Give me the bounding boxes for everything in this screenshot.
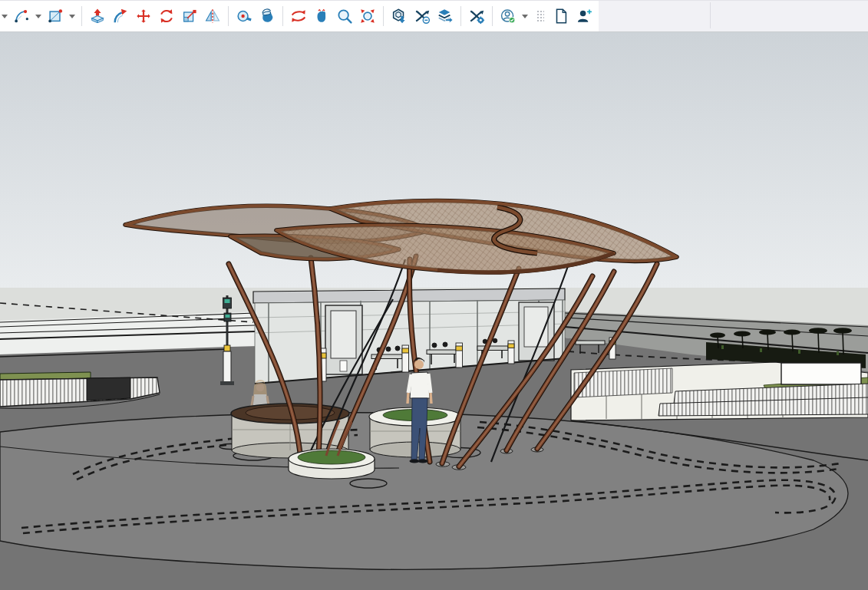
zoom-button[interactable] <box>333 4 356 28</box>
arc-tool-icon <box>13 8 30 25</box>
extension-layers-icon <box>437 8 454 25</box>
toolbar-separator <box>282 6 283 26</box>
paint-bucket-button[interactable] <box>256 4 279 28</box>
arc-tool-caret[interactable] <box>35 15 41 18</box>
toolbar-main <box>0 1 599 31</box>
toolbar-empty-area <box>599 1 868 31</box>
add-collaborator-icon <box>576 8 592 25</box>
tape-measure-icon <box>236 8 252 25</box>
zoom-extents-button[interactable] <box>356 4 379 28</box>
extension-settings-button[interactable] <box>465 4 488 28</box>
account-caret[interactable] <box>522 15 528 18</box>
scale-button[interactable] <box>178 4 201 28</box>
new-file-button[interactable] <box>550 4 573 28</box>
toolbar <box>0 0 868 32</box>
wall-sign-panel <box>781 363 861 384</box>
move-button[interactable] <box>132 4 155 28</box>
pan-icon <box>313 8 330 25</box>
follow-me-button[interactable] <box>109 4 132 28</box>
scale-icon <box>181 8 198 25</box>
rectangle-tool-caret[interactable] <box>69 15 75 18</box>
account-button[interactable] <box>497 4 520 28</box>
extension-download-button[interactable] <box>388 4 411 28</box>
new-file-icon <box>553 8 569 25</box>
add-collaborator-button[interactable] <box>573 4 596 28</box>
rotate-icon <box>158 8 175 25</box>
flip-icon <box>204 8 221 25</box>
push-pull-button[interactable] <box>86 4 109 28</box>
toolbar-separator <box>228 6 229 26</box>
rotate-button[interactable] <box>155 4 178 28</box>
overflow-caret-icon[interactable] <box>2 15 8 18</box>
follow-me-icon <box>112 8 129 25</box>
extension-layers-button[interactable] <box>434 4 457 28</box>
paint-bucket-icon <box>259 8 276 25</box>
toolbar-separator <box>81 6 82 26</box>
flip-button[interactable] <box>201 4 224 28</box>
extension-sync-button[interactable] <box>411 4 434 28</box>
drag-grip[interactable] <box>537 11 544 21</box>
orbit-button[interactable] <box>287 4 310 28</box>
orbit-icon <box>290 8 307 25</box>
extension-sync-icon <box>414 8 431 25</box>
account-icon <box>500 8 517 25</box>
move-icon <box>135 8 152 25</box>
arc-tool-button[interactable] <box>10 4 33 28</box>
shelter-ad-panel <box>331 311 356 358</box>
extension-settings-icon <box>468 8 485 25</box>
toolbar-separator <box>492 6 493 26</box>
push-pull-icon <box>89 8 106 25</box>
zoom-icon <box>336 8 353 25</box>
rectangle-tool-button[interactable] <box>44 4 67 28</box>
zoom-extents-icon <box>359 8 376 25</box>
model-viewport[interactable] <box>0 32 868 590</box>
pan-button[interactable] <box>310 4 333 28</box>
toolbar-separator <box>460 6 461 26</box>
extension-download-icon <box>391 8 408 25</box>
toolbar-separator <box>383 6 384 26</box>
application-window <box>0 0 868 590</box>
rectangle-tool-icon <box>47 8 64 25</box>
tape-measure-button[interactable] <box>233 4 256 28</box>
